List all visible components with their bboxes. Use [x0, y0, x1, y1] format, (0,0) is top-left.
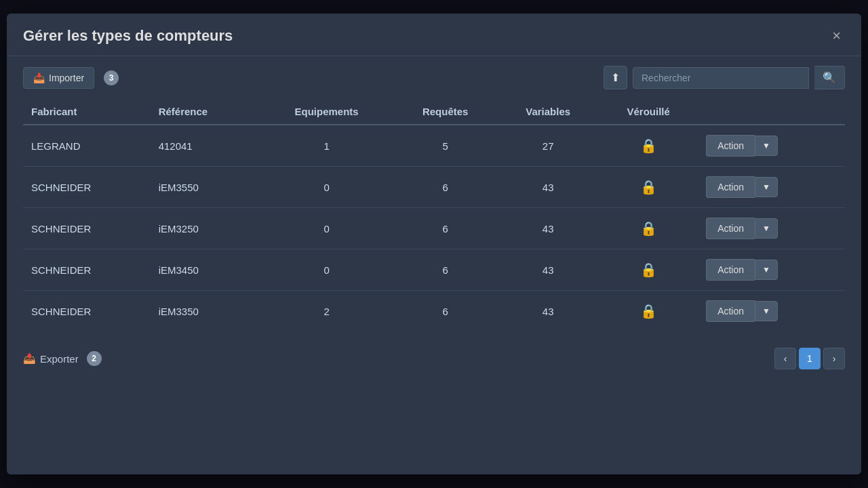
- import-badge: 3: [104, 70, 119, 85]
- export-badge: 2: [87, 351, 102, 366]
- cell-action: Action ▼: [698, 125, 845, 167]
- cell-reference: iEM3250: [151, 208, 260, 249]
- col-equipements: Equipements: [260, 99, 393, 125]
- cell-requetes: 6: [393, 249, 497, 291]
- modal-title: Gérer les types de compteurs: [23, 27, 233, 45]
- pagination-prev[interactable]: ‹: [774, 348, 796, 369]
- export-label: Exporter: [40, 353, 79, 365]
- modal: Gérer les types de compteurs × 📥 Importe…: [7, 14, 861, 474]
- cell-variables: 27: [497, 125, 599, 167]
- lock-icon: 🔒: [607, 262, 690, 278]
- cell-equipements: 0: [260, 249, 393, 291]
- action-button-group: Action ▼: [706, 300, 837, 322]
- cell-requetes: 5: [393, 125, 497, 167]
- cell-requetes: 6: [393, 208, 497, 249]
- cell-reference: iEM3450: [151, 249, 260, 291]
- cell-verrouille: 🔒: [599, 208, 698, 249]
- lock-icon: 🔒: [607, 138, 690, 154]
- footer-left: 📤 Exporter 2: [23, 351, 102, 366]
- toolbar: 📥 Importer 3 ⬆ 🔍: [7, 56, 861, 99]
- cell-verrouille: 🔒: [599, 167, 698, 208]
- cell-variables: 43: [497, 249, 599, 291]
- action-dropdown-button[interactable]: ▼: [755, 218, 778, 239]
- col-action: [698, 99, 845, 125]
- action-button[interactable]: Action: [706, 259, 755, 281]
- modal-header: Gérer les types de compteurs ×: [7, 14, 861, 56]
- action-button[interactable]: Action: [706, 300, 755, 322]
- upload-button[interactable]: ⬆: [604, 66, 627, 89]
- main-table: Fabricant Référence Equipements Requêtes…: [23, 99, 845, 331]
- import-button[interactable]: 📥 Importer: [23, 67, 94, 89]
- cell-variables: 43: [497, 291, 599, 332]
- modal-overlay: Gérer les types de compteurs × 📥 Importe…: [0, 0, 868, 488]
- action-button-group: Action ▼: [706, 218, 837, 239]
- col-reference: Référence: [151, 99, 260, 125]
- cell-reference: iEM3350: [151, 291, 260, 332]
- pagination-next[interactable]: ›: [823, 348, 845, 369]
- cell-verrouille: 🔒: [599, 249, 698, 291]
- pagination: ‹ 1 ›: [774, 348, 845, 369]
- action-button[interactable]: Action: [706, 218, 755, 239]
- cell-fabricant: SCHNEIDER: [23, 291, 151, 332]
- action-dropdown-button[interactable]: ▼: [755, 177, 778, 197]
- action-dropdown-button[interactable]: ▼: [755, 260, 778, 280]
- cell-reference: 412041: [151, 125, 260, 167]
- lock-icon: 🔒: [607, 220, 690, 237]
- cell-action: Action ▼: [698, 249, 845, 291]
- table-header-row: Fabricant Référence Equipements Requêtes…: [23, 99, 845, 125]
- col-fabricant: Fabricant: [23, 99, 151, 125]
- export-icon: 📤: [23, 352, 36, 365]
- footer: 📤 Exporter 2 ‹ 1 ›: [7, 337, 861, 382]
- cell-fabricant: SCHNEIDER: [23, 208, 151, 249]
- search-button[interactable]: 🔍: [814, 66, 845, 89]
- cell-reference: iEM3550: [151, 167, 260, 208]
- toolbar-right: ⬆ 🔍: [604, 66, 845, 89]
- pagination-current[interactable]: 1: [799, 348, 821, 369]
- upload-icon: ⬆: [611, 72, 620, 83]
- cell-fabricant: LEGRAND: [23, 125, 151, 167]
- export-button[interactable]: 📤 Exporter: [23, 352, 79, 365]
- cell-fabricant: SCHNEIDER: [23, 249, 151, 291]
- table-row: SCHNEIDER iEM3450 0 6 43 🔒 Action ▼: [23, 249, 845, 291]
- action-button[interactable]: Action: [706, 135, 755, 157]
- table-container: Fabricant Référence Equipements Requêtes…: [7, 99, 861, 331]
- col-verrouille: Vérouillé: [599, 99, 698, 125]
- cell-verrouille: 🔒: [599, 291, 698, 332]
- action-button[interactable]: Action: [706, 176, 755, 198]
- search-input[interactable]: [633, 67, 809, 89]
- table-row: SCHNEIDER iEM3550 0 6 43 🔒 Action ▼: [23, 167, 845, 208]
- cell-action: Action ▼: [698, 167, 845, 208]
- action-button-group: Action ▼: [706, 135, 837, 157]
- cell-action: Action ▼: [698, 208, 845, 249]
- cell-equipements: 2: [260, 291, 393, 332]
- import-label: Importer: [49, 73, 84, 83]
- table-row: SCHNEIDER iEM3250 0 6 43 🔒 Action ▼: [23, 208, 845, 249]
- action-dropdown-button[interactable]: ▼: [755, 301, 778, 321]
- cell-verrouille: 🔒: [599, 125, 698, 167]
- cell-equipements: 0: [260, 208, 393, 249]
- cell-action: Action ▼: [698, 291, 845, 332]
- lock-icon: 🔒: [607, 179, 690, 195]
- table-row: SCHNEIDER iEM3350 2 6 43 🔒 Action ▼: [23, 291, 845, 332]
- cell-variables: 43: [497, 167, 599, 208]
- table-row: LEGRAND 412041 1 5 27 🔒 Action ▼: [23, 125, 845, 167]
- import-icon: 📥: [33, 73, 45, 83]
- cell-equipements: 0: [260, 167, 393, 208]
- action-button-group: Action ▼: [706, 176, 837, 198]
- action-dropdown-button[interactable]: ▼: [755, 136, 778, 156]
- action-button-group: Action ▼: [706, 259, 837, 281]
- col-variables: Variables: [497, 99, 599, 125]
- lock-icon: 🔒: [607, 303, 690, 319]
- cell-variables: 43: [497, 208, 599, 249]
- cell-fabricant: SCHNEIDER: [23, 167, 151, 208]
- toolbar-left: 📥 Importer 3: [23, 67, 119, 89]
- cell-requetes: 6: [393, 167, 497, 208]
- search-icon: 🔍: [823, 72, 836, 83]
- col-requetes: Requêtes: [393, 99, 497, 125]
- cell-equipements: 1: [260, 125, 393, 167]
- close-button[interactable]: ×: [828, 26, 845, 46]
- cell-requetes: 6: [393, 291, 497, 332]
